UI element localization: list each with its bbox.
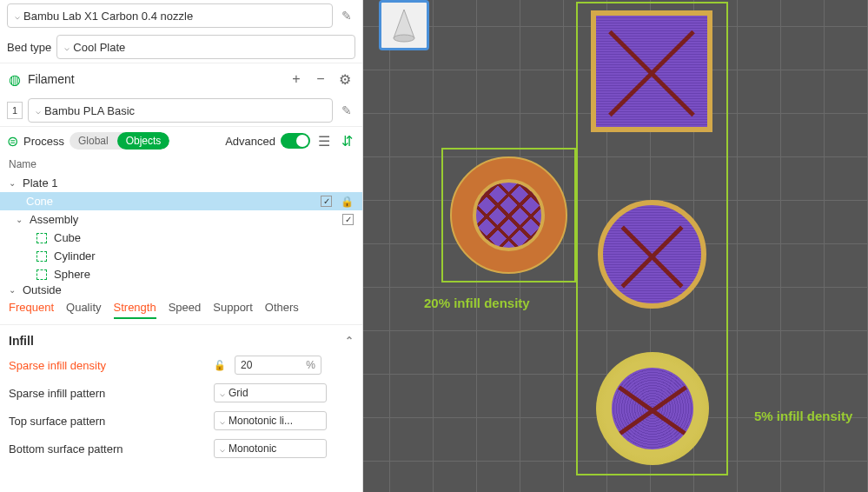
- tab-speed[interactable]: Speed: [169, 301, 202, 319]
- chevron-down-icon: ⌵: [64, 43, 70, 52]
- remove-filament-icon[interactable]: −: [312, 70, 329, 88]
- top-surface-pattern-select[interactable]: ⌵ Monotonic li...: [214, 411, 327, 430]
- tree-item-cube[interactable]: Cube: [0, 229, 362, 247]
- tree-item-label: Cone: [26, 195, 53, 208]
- cone-preview-icon: [391, 8, 417, 43]
- 3d-viewport[interactable]: 20% infill density 5% infill density: [363, 0, 868, 492]
- add-filament-icon[interactable]: +: [288, 70, 305, 88]
- setting-label: Bottom surface pattern: [9, 442, 209, 455]
- list-view-icon[interactable]: ☰: [315, 132, 333, 150]
- sparse-infill-density-input[interactable]: 20 %: [235, 356, 321, 375]
- printer-select[interactable]: ⌵ Bambu Lab X1 Carbon 0.4 nozzle: [7, 3, 333, 28]
- tree-item-sphere[interactable]: Sphere: [0, 265, 362, 283]
- sparse-infill-pattern-select[interactable]: ⌵ Grid: [214, 383, 327, 402]
- settings-sidebar: ⌵ Bambu Lab X1 Carbon 0.4 nozzle ✎ Bed t…: [0, 0, 363, 492]
- process-section-title: Process: [23, 135, 64, 148]
- filament-settings-icon[interactable]: ⚙: [336, 70, 354, 88]
- expand-icon[interactable]: ⌄: [9, 285, 19, 294]
- object-cube[interactable]: [591, 10, 712, 132]
- tree-item-label: Sphere: [54, 268, 90, 281]
- setting-sparse-infill-density: Sparse infill density 🔓 20 %: [9, 351, 354, 379]
- filament-select[interactable]: ⌵ Bambu PLA Basic: [28, 98, 333, 123]
- printable-checkbox[interactable]: ✓: [321, 196, 332, 207]
- scope-objects[interactable]: Objects: [117, 132, 170, 150]
- object-icon: [36, 233, 47, 243]
- setting-label: Sparse infill pattern: [9, 387, 209, 400]
- object-cylinder[interactable]: [598, 200, 706, 309]
- tree-item-assembly[interactable]: ⌄ Assembly ✓: [0, 210, 362, 229]
- tree-item-label: Cylinder: [54, 249, 96, 263]
- bed-type-label: Bed type: [7, 41, 51, 54]
- annotation-20pct: 20% infill density: [424, 296, 530, 310]
- object-tree: Name ⌄ Plate 1 Cone ✓ 🔒 ⌄ Assembly ✓ Cub…: [0, 155, 362, 294]
- compare-icon[interactable]: ⇵: [338, 132, 355, 150]
- setting-value: 20: [241, 359, 252, 371]
- object-sphere[interactable]: [596, 352, 709, 465]
- setting-value: Monotonic li...: [229, 415, 293, 427]
- setting-value: Monotonic: [229, 442, 276, 455]
- object-icon: [36, 269, 47, 280]
- tree-item-cylinder[interactable]: Cylinder: [0, 247, 362, 265]
- tree-item-outside[interactable]: ⌄ Outside: [0, 283, 362, 294]
- edit-filament-icon[interactable]: ✎: [338, 102, 355, 119]
- edit-printer-icon[interactable]: ✎: [338, 7, 355, 24]
- setting-label: Sparse infill density: [9, 359, 209, 372]
- tab-quality[interactable]: Quality: [66, 301, 101, 319]
- setting-sparse-infill-pattern: Sparse infill pattern ⌵ Grid: [9, 379, 354, 407]
- object-icon: [36, 251, 47, 262]
- tree-item-label: Assembly: [30, 213, 78, 226]
- tree-item-plate[interactable]: ⌄ Plate 1: [0, 174, 362, 192]
- chevron-down-icon: ⌵: [220, 416, 225, 426]
- tree-name-header: Name: [0, 155, 362, 174]
- lock-icon[interactable]: 🔒: [341, 196, 354, 208]
- setting-unit: %: [306, 359, 315, 371]
- tree-item-cone[interactable]: Cone ✓ 🔒: [0, 192, 362, 210]
- tree-item-label: Outside: [23, 283, 62, 294]
- chevron-down-icon: ⌵: [220, 444, 225, 454]
- object-cone[interactable]: [450, 156, 567, 274]
- process-section-icon: ⊜: [7, 133, 18, 150]
- chevron-down-icon: ⌵: [15, 11, 20, 21]
- chevron-down-icon: ⌵: [36, 106, 41, 116]
- settings-section-title: Infill: [9, 334, 34, 348]
- tab-support[interactable]: Support: [213, 301, 253, 319]
- unlock-icon[interactable]: 🔓: [214, 360, 226, 371]
- bed-type-select[interactable]: ⌵ Cool Plate: [56, 35, 355, 59]
- expand-icon[interactable]: ⌄: [9, 178, 19, 188]
- advanced-toggle[interactable]: [281, 133, 310, 149]
- advanced-label: Advanced: [225, 135, 275, 148]
- bottom-surface-pattern-select[interactable]: ⌵ Monotonic: [214, 439, 327, 458]
- expand-icon[interactable]: ⌄: [16, 215, 26, 224]
- settings-panel: Infill ⌃ Sparse infill density 🔓 20 % Sp…: [0, 325, 362, 468]
- collapse-icon[interactable]: ⌃: [345, 335, 354, 347]
- setting-value: Grid: [229, 387, 248, 399]
- plate-thumbnail[interactable]: [379, 0, 429, 50]
- setting-label: Top surface pattern: [9, 415, 209, 428]
- setting-top-surface-pattern: Top surface pattern ⌵ Monotonic li...: [9, 407, 354, 435]
- printable-checkbox[interactable]: ✓: [342, 214, 354, 225]
- settings-tabs: Frequent Quality Strength Speed Support …: [0, 294, 362, 325]
- annotation-5pct: 5% infill density: [754, 409, 852, 423]
- filament-section-icon: ◍: [9, 71, 21, 88]
- tab-frequent[interactable]: Frequent: [9, 301, 54, 319]
- tab-others[interactable]: Others: [265, 301, 299, 319]
- tab-strength[interactable]: Strength: [114, 301, 156, 319]
- printer-name: Bambu Lab X1 Carbon 0.4 nozzle: [23, 10, 193, 23]
- setting-bottom-surface-pattern: Bottom surface pattern ⌵ Monotonic: [9, 435, 354, 462]
- tree-item-label: Cube: [54, 231, 81, 244]
- process-scope-toggle[interactable]: Global Objects: [70, 132, 169, 150]
- filament-section-title: Filament: [28, 72, 281, 86]
- svg-point-0: [394, 35, 414, 42]
- tree-item-label: Plate 1: [23, 176, 57, 189]
- scope-global[interactable]: Global: [70, 132, 117, 150]
- filament-value: Bambu PLA Basic: [44, 104, 135, 117]
- chevron-down-icon: ⌵: [220, 389, 225, 398]
- filament-slot-number[interactable]: 1: [7, 102, 23, 119]
- bed-type-value: Cool Plate: [73, 41, 125, 54]
